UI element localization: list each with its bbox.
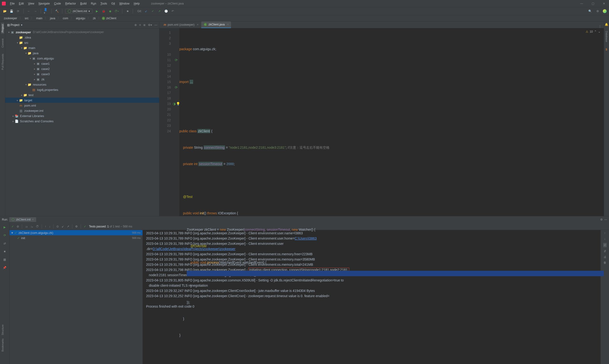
- tab-pom[interactable]: m pom.xml (zookeeper) ×: [161, 21, 201, 28]
- scroll-icon[interactable]: ⇵: [604, 249, 606, 253]
- minimize-button[interactable]: —: [578, 1, 585, 6]
- save-icon[interactable]: 💾: [9, 9, 14, 13]
- close-button[interactable]: ✕: [601, 1, 607, 6]
- tree-item[interactable]: ▸▣zk: [5, 77, 159, 82]
- tree-item[interactable]: ▥zookeeper.iml: [5, 108, 159, 113]
- debug-icon[interactable]: 🐞: [101, 9, 106, 13]
- tree-item[interactable]: ▾📁main: [5, 45, 159, 51]
- profile-icon[interactable]: ⏱▾: [115, 9, 119, 13]
- git-push-icon[interactable]: ↗: [157, 9, 162, 13]
- sidetab-database[interactable]: Database: [605, 29, 608, 43]
- sidetab-pullreq[interactable]: Pull Requests: [1, 52, 4, 71]
- code-area[interactable]: ⚠ 10 ⌃ ⌄ package com.atguigu.zk; import …: [179, 28, 604, 349]
- crumb[interactable]: java: [49, 16, 57, 20]
- down-icon[interactable]: ↓: [604, 237, 606, 241]
- crumb[interactable]: com: [61, 16, 70, 20]
- up-icon[interactable]: ↑: [604, 232, 606, 235]
- sidetab-commit[interactable]: Commit: [1, 37, 4, 49]
- hide-panel-icon[interactable]: —: [604, 218, 607, 221]
- crumb-current[interactable]: CzkClient: [102, 17, 116, 20]
- menu-tools[interactable]: Tools: [99, 1, 109, 6]
- maximize-button[interactable]: ▢: [590, 1, 596, 6]
- stop-icon[interactable]: ■: [125, 9, 130, 13]
- test-tree-item[interactable]: ▾✓zkClient (com.atguigu.zk)568 ms: [10, 230, 143, 235]
- sort-icon[interactable]: ↓ₐ: [30, 225, 33, 228]
- menu-build[interactable]: Build: [78, 1, 89, 6]
- hide-panel-icon[interactable]: —: [154, 23, 157, 27]
- layout-icon[interactable]: ▦: [2, 257, 8, 262]
- test-tree-item[interactable]: ✓init568 ms: [10, 235, 143, 241]
- down-icon[interactable]: ↓: [49, 225, 51, 228]
- notifications-icon[interactable]: 🔔: [605, 23, 608, 26]
- git-history-icon[interactable]: 🕘: [164, 9, 168, 13]
- rerun-icon[interactable]: ▶: [2, 224, 8, 230]
- crumb[interactable]: atguigu: [75, 16, 87, 20]
- run-gutter-icon[interactable]: ⟳: [173, 85, 179, 90]
- menu-run[interactable]: Run: [89, 1, 98, 6]
- menu-view[interactable]: View: [26, 1, 36, 6]
- menu-navigate[interactable]: Navigate: [37, 1, 52, 6]
- close-icon[interactable]: ×: [32, 218, 34, 221]
- coverage-icon[interactable]: ◉: [108, 9, 113, 13]
- sync-icon[interactable]: ⟳: [16, 9, 20, 13]
- crumb-root[interactable]: zookeeper: [2, 16, 19, 20]
- export-icon[interactable]: ⊙: [56, 225, 59, 228]
- inspection-widget[interactable]: ⚠ 10 ⌃ ⌄: [586, 29, 600, 35]
- expand-icon[interactable]: ↗: [67, 225, 69, 228]
- tree-item[interactable]: ▾📁resources: [5, 82, 159, 87]
- rerun-failed-icon[interactable]: ⟳: [2, 233, 8, 238]
- tree-item[interactable]: ▸📁target: [5, 98, 159, 103]
- git-rollback-icon[interactable]: ↶: [170, 9, 175, 13]
- open-icon[interactable]: 📂: [2, 9, 7, 13]
- sidetab-maven[interactable]: m: [605, 47, 608, 52]
- chevron-up-icon[interactable]: ⌃: [594, 29, 597, 35]
- chevron-down-icon[interactable]: ▾: [21, 23, 22, 27]
- collapse-icon[interactable]: ≣: [143, 23, 146, 27]
- disabled-icon[interactable]: ⊘: [17, 225, 19, 228]
- menu-file[interactable]: File: [8, 1, 16, 6]
- print-icon[interactable]: 🖨: [604, 255, 606, 259]
- tree-item[interactable]: ▸📁test: [5, 92, 159, 98]
- tree-item[interactable]: ▾📁java: [5, 51, 159, 56]
- tree-item[interactable]: 📁.idea: [5, 35, 159, 40]
- stop-icon[interactable]: ■: [2, 249, 8, 254]
- menu-refactor[interactable]: Refactor: [63, 1, 78, 6]
- crumb[interactable]: src: [23, 16, 30, 20]
- back-icon[interactable]: ←: [26, 9, 31, 13]
- tree-item[interactable]: ▤log4j.properties: [5, 87, 159, 92]
- tabs-menu-icon[interactable]: ⋮: [598, 25, 604, 28]
- tree-item[interactable]: ▾▣com.atguigu: [5, 56, 159, 61]
- search-icon[interactable]: 🔍: [588, 9, 592, 13]
- git-update-icon[interactable]: ↙: [144, 9, 148, 13]
- menu-code[interactable]: Code: [52, 1, 63, 6]
- hammer-build-icon[interactable]: 🔨: [54, 9, 59, 13]
- settings-icon[interactable]: ⚙: [595, 9, 600, 13]
- sidetab-structure[interactable]: Structure: [1, 325, 4, 335]
- crumb[interactable]: zk: [91, 16, 97, 20]
- tree-item[interactable]: ▾📁src: [5, 40, 159, 45]
- gear-icon[interactable]: ⚙: [75, 225, 78, 228]
- settings-icon[interactable]: ⚙▾: [148, 23, 152, 27]
- test-tree[interactable]: ▾✓zkClient (com.atguigu.zk)568 ms✓init56…: [10, 230, 143, 364]
- tree-item[interactable]: ▸📄Scratches and Consoles: [5, 118, 159, 124]
- toggle-icon[interactable]: ⇄: [2, 241, 8, 246]
- tab-zkclient[interactable]: C zkClient.java ×: [201, 21, 231, 28]
- menu-help[interactable]: Help: [132, 1, 142, 6]
- select-opened-icon[interactable]: ⊕: [134, 23, 137, 27]
- run-gutter-icon[interactable]: ⟳: [173, 57, 179, 63]
- forward-icon[interactable]: →: [33, 9, 38, 13]
- sort-icon[interactable]: ↓₂: [25, 225, 28, 228]
- expand-icon[interactable]: ≡: [139, 23, 141, 27]
- run-icon[interactable]: ▶: [94, 9, 99, 13]
- tree-root[interactable]: ▾▣ zookeeper D:\allCode\JetBrains\IdeaPr…: [5, 29, 159, 35]
- tree-item[interactable]: ▸📚External Libraries: [5, 113, 159, 118]
- override-gutter-icon[interactable]: ◑💡: [173, 101, 179, 107]
- check-icon[interactable]: ✓: [12, 225, 14, 228]
- tree-item[interactable]: ▸▣case3: [5, 71, 159, 77]
- run-config-dropdown[interactable]: zkClient.init ▾: [65, 9, 92, 13]
- menu-edit[interactable]: Edit: [17, 1, 26, 6]
- git-commit-icon[interactable]: ✓: [150, 9, 155, 13]
- sidetab-bookmarks[interactable]: Bookmarks: [1, 338, 4, 352]
- import-icon[interactable]: ↙: [62, 225, 64, 228]
- tree-item[interactable]: mpom.xml: [5, 103, 159, 108]
